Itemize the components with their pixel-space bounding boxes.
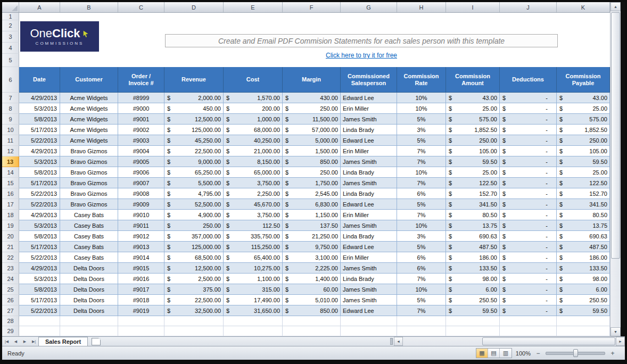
cell-rate[interactable]: 3% [397,231,446,242]
cell-cost[interactable]: $2,250.00 [224,188,283,199]
cell-revenue[interactable]: $4,900.00 [164,210,224,220]
cell-date[interactable]: 5/8/2013 [19,114,60,125]
cell-deductions[interactable]: $- [500,167,557,178]
cell-revenue[interactable]: $450.00 [164,103,224,114]
cell-empty[interactable] [557,316,610,326]
table-header-cell[interactable]: CommissionRate [397,67,446,93]
cell-rate[interactable]: 10% [397,220,446,231]
cell-rate[interactable]: 7% [397,146,446,156]
row-header-11[interactable]: 11 [2,135,19,146]
cell-payable[interactable]: $341.50 [557,199,610,210]
row-header-17[interactable]: 17 [2,199,19,210]
cell-amount[interactable]: $575.00 [446,114,500,125]
cell-deductions[interactable]: $- [500,220,557,231]
horizontal-scroll-track[interactable] [403,337,616,346]
cell-date[interactable]: 4/29/2013 [19,93,60,103]
zoom-out-button[interactable]: − [534,350,542,357]
cell-revenue[interactable]: $125,000.00 [164,125,224,135]
cell-revenue[interactable]: $65,250.00 [164,167,224,178]
cell-amount[interactable]: $1,852.50 [446,125,500,135]
cell-date[interactable]: 5/17/2013 [19,295,60,305]
cell-payable[interactable]: $59.50 [557,305,610,316]
cell-cost[interactable]: $21,000.00 [224,146,283,156]
cell-margin[interactable]: $57,000.00 [283,125,341,135]
cell-cost[interactable]: $1,100.00 [224,274,283,284]
cell-cost[interactable]: $65,000.00 [224,167,283,178]
cell-salesperson[interactable]: Linda Brady [341,231,397,242]
cell-date[interactable]: 4/29/2013 [19,263,60,274]
cell-date[interactable]: 5/22/2013 [19,199,60,210]
cell-rate[interactable]: 5% [397,114,446,125]
cell-date[interactable]: 5/8/2013 [19,231,60,242]
cell-empty[interactable] [19,326,60,336]
cell-empty[interactable] [118,326,164,336]
cell-date[interactable]: 5/22/2013 [19,252,60,263]
table-header-cell[interactable]: CommissionAmount [446,67,500,93]
cell-margin[interactable]: $850.00 [283,305,341,316]
free-trial-link[interactable]: Click here to try it for free [326,52,397,59]
cell-payable[interactable]: $105.00 [557,146,610,156]
cell-revenue[interactable]: $12,500.00 [164,114,224,125]
scroll-up-icon[interactable]: ▲ [610,2,621,11]
view-page-layout-icon[interactable]: ▤ [488,349,500,358]
table-header-cell[interactable]: Order /Invoice # [118,67,164,93]
cell-invoice[interactable]: #9011 [118,220,164,231]
cell-revenue[interactable]: $4,795.00 [164,188,224,199]
cell-amount[interactable]: $13.75 [446,220,500,231]
cell-payable[interactable]: $25.00 [557,167,610,178]
cell-payable[interactable]: $25.00 [557,103,610,114]
row-header-24[interactable]: 24 [2,274,19,284]
cell-amount[interactable]: $341.50 [446,199,500,210]
cell-invoice[interactable]: #9000 [118,103,164,114]
table-header-cell[interactable]: Cost [224,67,283,93]
cell-revenue[interactable]: $32,500.00 [164,305,224,316]
column-header-B[interactable]: B [60,2,118,12]
cell-revenue[interactable]: $375.00 [164,284,224,295]
cell-rate[interactable]: 5% [397,242,446,252]
cell-revenue[interactable]: $45,250.00 [164,135,224,146]
cell-invoice[interactable]: #9018 [118,295,164,305]
cell-revenue[interactable]: $52,500.00 [164,199,224,210]
cell-cost[interactable]: $3,750.00 [224,178,283,188]
cell-cost[interactable]: $1,570.00 [224,93,283,103]
cell-salesperson[interactable]: Edward Lee [341,135,397,146]
view-normal-icon[interactable]: ▦ [476,349,488,358]
cell-salesperson[interactable]: James Smith [341,220,397,231]
row-header-29[interactable]: 29 [2,326,19,336]
cell-invoice[interactable]: #9015 [118,263,164,274]
cell-margin[interactable]: $5,000.00 [283,135,341,146]
cell-salesperson[interactable]: Edward Lee [341,199,397,210]
cell-customer[interactable]: Bravo Gizmos [60,156,118,167]
cell-cost[interactable]: $45,670.00 [224,199,283,210]
cell-salesperson[interactable]: Linda Brady [341,125,397,135]
cell-cost[interactable]: $65,400.00 [224,252,283,263]
empty-cells[interactable] [19,13,610,20]
cell-salesperson[interactable]: Erin Miller [341,252,397,263]
cell-date[interactable]: 5/17/2013 [19,242,60,252]
cell-salesperson[interactable]: Linda Brady [341,274,397,284]
column-header-K[interactable]: K [557,2,610,12]
cell-amount[interactable]: $690.63 [446,231,500,242]
row-header-21[interactable]: 21 [2,242,19,252]
cell-payable[interactable]: $1,852.50 [557,125,610,135]
cell-customer[interactable]: Bravo Gizmos [60,188,118,199]
cell-amount[interactable]: $186.00 [446,252,500,263]
cell-payable[interactable]: $80.50 [557,210,610,220]
row-header-27[interactable]: 27 [2,305,19,316]
cell-invoice[interactable]: #9005 [118,156,164,167]
table-header-cell[interactable]: CommissionPayable [557,67,610,93]
oneclick-logo[interactable]: OneClick COMMISSIONS [20,21,99,52]
cell-rate[interactable]: 10% [397,93,446,103]
cell-cost[interactable]: $8,150.00 [224,156,283,167]
cell-deductions[interactable]: $- [500,178,557,188]
cell-deductions[interactable]: $- [500,103,557,114]
cell-salesperson[interactable]: Linda Brady [341,167,397,178]
cell-cost[interactable]: $31,650.00 [224,305,283,316]
cell-invoice[interactable]: #9017 [118,284,164,295]
cell-cost[interactable]: $17,490.00 [224,295,283,305]
row-header-12[interactable]: 12 [2,146,19,156]
cell-payable[interactable]: $133.50 [557,263,610,274]
row-header-15[interactable]: 15 [2,178,19,188]
cell-date[interactable]: 5/3/2013 [19,156,60,167]
cell-payable[interactable]: $250.00 [557,135,610,146]
